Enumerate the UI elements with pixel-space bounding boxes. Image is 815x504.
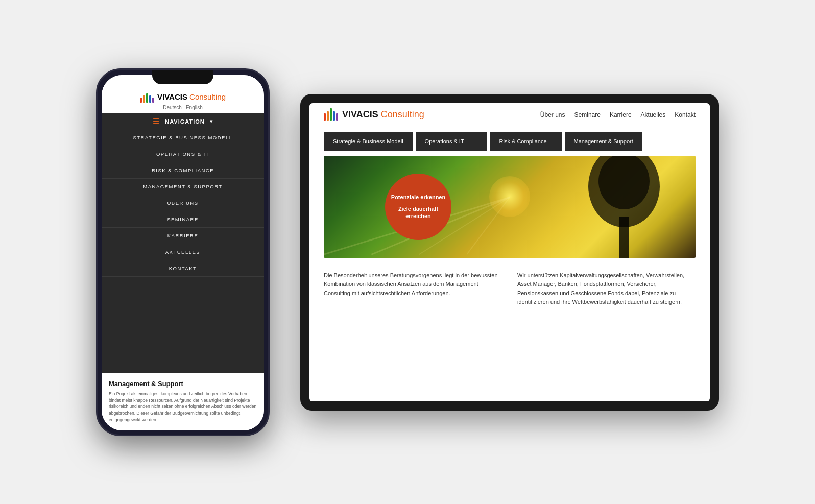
bar3 [330, 108, 332, 121]
phone-logo: VIVACIS Consulting [140, 91, 226, 103]
light-rays-icon [324, 156, 696, 258]
bar4 [333, 111, 335, 121]
content-col2: Wir unterstützen Kapitalverwaltungsgesel… [517, 271, 696, 307]
phone-logo-text: VIVACIS Consulting [157, 92, 226, 101]
phone-bottom-title: Management & Support [109, 380, 257, 388]
hamburger-icon[interactable]: ☰ [153, 117, 160, 126]
brand-name: VIVACIS [157, 92, 187, 101]
bar2 [327, 111, 329, 121]
menu-item-karriere[interactable]: KARRIERE [102, 228, 264, 244]
tablet-frame: VIVACIS Consulting Über uns Seminare Kar… [300, 94, 719, 411]
tablet-logo: VIVACIS Consulting [324, 109, 424, 121]
phone-device: VIVACIS Consulting Deutsch English ☰ NAV… [96, 68, 270, 436]
menu-item-operations[interactable]: OPERATIONS & IT [102, 146, 264, 162]
tablet-header: VIVACIS Consulting Über uns Seminare Kar… [309, 103, 710, 127]
hero-divider [405, 203, 431, 203]
hero-overlay-circle: Potenziale erkennen Ziele dauerhaft erre… [385, 174, 451, 240]
phone-nav-bar: ☰ NAVIGATION ▾ [102, 113, 264, 130]
phone-menu: STRATEGIE & BUSINESS MODELL OPERATIONS &… [102, 130, 264, 373]
tablet-service-tabs: Strategie & Business Modell Operations &… [309, 132, 710, 151]
menu-item-kontakt[interactable]: KONTAKT [102, 260, 264, 277]
nav-aktuelles[interactable]: Aktuelles [641, 111, 666, 118]
tab-risk[interactable]: Risk & Compliance [490, 132, 562, 151]
menu-item-ueber[interactable]: ÜBER UNS [102, 195, 264, 211]
tab-operations[interactable]: Operations & IT [416, 132, 487, 151]
tablet-content: Die Besonderheit unseres Beratungsvorgeh… [309, 263, 710, 315]
bar3 [146, 93, 148, 103]
nav-ueber[interactable]: Über uns [540, 111, 565, 118]
phone-screen: VIVACIS Consulting Deutsch English ☰ NAV… [102, 75, 264, 430]
logo-bars-icon [140, 91, 154, 103]
tablet-logo-text: VIVACIS Consulting [342, 109, 424, 120]
nav-label: NAVIGATION [165, 118, 204, 125]
phone-frame: VIVACIS Consulting Deutsch English ☰ NAV… [96, 68, 270, 436]
bar1 [140, 98, 142, 103]
tab-strategie[interactable]: Strategie & Business Modell [324, 132, 413, 151]
tablet-nav: Über uns Seminare Karriere Aktuelles Kon… [540, 111, 696, 118]
bar5 [336, 113, 338, 121]
bar5 [152, 98, 154, 103]
lang-en[interactable]: English [186, 105, 203, 110]
bar4 [149, 95, 151, 103]
hero-line2: Ziele dauerhaft erreichen [390, 205, 446, 220]
lang-de[interactable]: Deutsch [163, 105, 182, 110]
phone-language-selector: Deutsch English [163, 105, 203, 110]
nav-karriere[interactable]: Karriere [610, 111, 632, 118]
bar2 [143, 95, 145, 103]
tablet-screen: VIVACIS Consulting Über uns Seminare Kar… [309, 103, 710, 401]
tablet-hero: Potenziale erkennen Ziele dauerhaft erre… [324, 156, 696, 258]
tablet-device: VIVACIS Consulting Über uns Seminare Kar… [300, 94, 719, 411]
menu-item-seminare[interactable]: SEMINARE [102, 211, 264, 228]
tab-management[interactable]: Management & Support [565, 132, 642, 151]
menu-item-risk[interactable]: RISK & COMPLIANCE [102, 162, 264, 179]
phone-bottom-text: Ein Projekt als einmaliges, komplexes un… [109, 391, 257, 423]
hero-line1: Potenziale erkennen [391, 194, 445, 201]
nav-kontakt[interactable]: Kontakt [675, 111, 696, 118]
menu-item-aktuelles[interactable]: AKTUELLES [102, 244, 264, 260]
phone-notch [152, 70, 213, 84]
consulting-name: Consulting [381, 109, 424, 119]
phone-bottom-content: Management & Support Ein Projekt als ein… [102, 373, 264, 430]
tablet-logo-bars-icon [324, 109, 338, 121]
nav-seminare[interactable]: Seminare [574, 111, 601, 118]
hero-background: Potenziale erkennen Ziele dauerhaft erre… [324, 156, 696, 258]
brand-name: VIVACIS [342, 109, 378, 119]
consulting-name: Consulting [189, 92, 226, 101]
bar1 [324, 113, 326, 121]
content-col1: Die Besonderheit unseres Beratungsvorgeh… [324, 271, 502, 307]
chevron-down-icon: ▾ [210, 118, 213, 124]
menu-item-strategie[interactable]: STRATEGIE & BUSINESS MODELL [102, 130, 264, 146]
menu-item-management[interactable]: MANAGEMENT & SUPPORT [102, 179, 264, 195]
